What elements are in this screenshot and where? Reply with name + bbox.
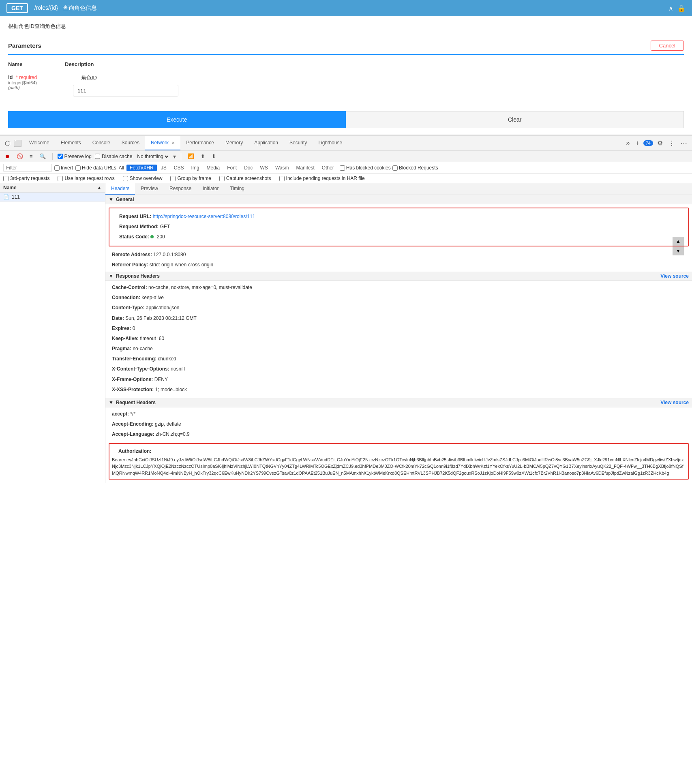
request-headers-section-header[interactable]: ▼ Request Headers View source (105, 398, 692, 407)
search-icon[interactable]: 🔍 (38, 152, 47, 160)
show-overview-input[interactable] (123, 176, 128, 181)
detail-tab-initiator[interactable]: Initiator (197, 183, 224, 195)
filter-wasm[interactable]: Wasm (272, 165, 292, 171)
filter-js[interactable]: JS (158, 165, 170, 171)
devtools-tabs: ⬡ ⬜ Welcome Elements Console Sources Net… (0, 136, 692, 151)
requests-panel: Name ▲ 📄 111 (0, 183, 105, 483)
overflow-menu[interactable]: ⋯ (679, 138, 689, 149)
request-headers-label: Request Headers (116, 400, 156, 405)
device-icon[interactable]: ⬜ (12, 138, 24, 149)
tab-sources[interactable]: Sources (116, 136, 145, 150)
filter-media[interactable]: Media (203, 165, 223, 171)
large-rows-checkbox[interactable]: Use large request rows (58, 176, 114, 181)
execute-button[interactable]: Execute (8, 111, 346, 128)
requests-header[interactable]: Name ▲ (0, 183, 105, 193)
scroll-up-button[interactable]: ▲ (673, 237, 684, 246)
all-filter-label[interactable]: All (119, 165, 124, 171)
cancel-button[interactable]: Cancel (651, 41, 684, 51)
detail-tab-response[interactable]: Response (164, 183, 197, 195)
collapse-icon[interactable]: ∧ (668, 4, 673, 12)
group-by-frame-checkbox[interactable]: Group by frame (170, 176, 211, 181)
params-table: Name Description id * required integer($… (0, 55, 692, 105)
lock-icon[interactable]: 🔒 (677, 4, 686, 12)
preserve-log-input[interactable] (58, 154, 63, 159)
network-conditions-icon[interactable]: 📶 (186, 152, 196, 160)
filter-input[interactable] (3, 164, 52, 172)
tab-security[interactable]: Security (284, 136, 313, 150)
tab-application[interactable]: Application (249, 136, 284, 150)
col-description-header: Description (65, 61, 684, 67)
show-overview-checkbox[interactable]: Show overview (123, 176, 163, 181)
param-input-row (73, 85, 684, 96)
tab-welcome[interactable]: Welcome (24, 136, 55, 150)
filter-doc[interactable]: Doc (241, 165, 256, 171)
include-pending-checkbox[interactable]: Include pending requests in HAR file (279, 176, 365, 181)
tab-performance[interactable]: Performance (180, 136, 220, 150)
blocked-requests-checkbox[interactable]: Blocked Requests (392, 165, 438, 171)
download-icon[interactable]: ⬇ (210, 152, 218, 160)
blocked-requests-input[interactable] (392, 165, 398, 171)
has-blocked-cookies-input[interactable] (340, 165, 345, 171)
upload-icon[interactable]: ⬆ (199, 152, 207, 160)
has-blocked-cookies-checkbox[interactable]: Has blocked cookies (340, 165, 391, 171)
tab-elements[interactable]: Elements (55, 136, 87, 150)
invert-input[interactable] (54, 165, 60, 171)
filter-css[interactable]: CSS (171, 165, 187, 171)
tab-memory[interactable]: Memory (220, 136, 249, 150)
general-section-label: General (116, 197, 134, 202)
detail-tab-preview[interactable]: Preview (135, 183, 164, 195)
api-header-actions: ∧ 🔒 (668, 4, 686, 12)
response-header-row: Content-Type: application/json (105, 303, 692, 313)
tab-lighthouse[interactable]: Lighthouse (313, 136, 348, 150)
tab-network[interactable]: Network ✕ (145, 136, 180, 150)
hide-data-urls-checkbox[interactable]: Hide data URLs (75, 165, 116, 171)
filter-img[interactable]: Img (188, 165, 202, 171)
response-header-row: X-XSS-Protection: 1; mode=block (105, 385, 692, 395)
filter-manifest[interactable]: Manifest (293, 165, 317, 171)
detail-tab-timing[interactable]: Timing (224, 183, 250, 195)
disable-cache-input[interactable] (95, 154, 100, 159)
auth-box: Authorization: Bearer eyJhbGciOiJSUzI1Ni… (109, 443, 689, 480)
group-by-frame-input[interactable] (170, 176, 176, 181)
filter-other[interactable]: Other (319, 165, 337, 171)
third-party-input[interactable] (3, 176, 9, 181)
third-party-checkbox[interactable]: 3rd-party requests (3, 176, 49, 181)
throttle-down-icon[interactable]: ▾ (173, 153, 176, 160)
response-headers-section: ▼ Response Headers View source Cache-Con… (105, 272, 692, 396)
hide-data-urls-input[interactable] (75, 165, 81, 171)
auth-header-row: Authorization: (112, 446, 686, 456)
general-section-header[interactable]: ▼ General (105, 195, 692, 204)
filter-fetch-xhr[interactable]: Fetch/XHR (126, 165, 157, 171)
clear-network-button[interactable]: 🚫 (15, 152, 25, 160)
settings-icon[interactable]: ⚙ (656, 138, 664, 149)
preserve-log-checkbox[interactable]: Preserve log (58, 154, 92, 159)
request-item-111[interactable]: 📄 111 (0, 193, 105, 202)
request-view-source[interactable]: View source (660, 400, 689, 405)
method-badge: GET (6, 3, 28, 13)
more-tabs-button[interactable]: » (625, 138, 632, 148)
customize-icon[interactable]: ⋮ (667, 138, 677, 149)
add-tab-button[interactable]: + (634, 138, 641, 148)
include-pending-input[interactable] (279, 176, 285, 181)
filter-font[interactable]: Font (224, 165, 240, 171)
scroll-down-button[interactable]: ▼ (673, 246, 684, 255)
tab-network-close[interactable]: ✕ (171, 141, 175, 145)
action-area: Execute Clear ▲ ▼ (0, 111, 692, 128)
filter-ws[interactable]: WS (257, 165, 271, 171)
capture-screenshots-checkbox[interactable]: Capture screenshots (219, 176, 271, 181)
filter-icon[interactable]: ≡ (28, 152, 34, 160)
param-id-input[interactable] (73, 85, 178, 96)
capture-screenshots-input[interactable] (219, 176, 225, 181)
inspect-icon[interactable]: ⬡ (3, 138, 12, 149)
response-headers-section-header[interactable]: ▼ Response Headers View source (105, 272, 692, 281)
detail-tab-headers[interactable]: Headers (105, 183, 135, 195)
tab-console[interactable]: Console (87, 136, 116, 150)
response-view-source[interactable]: View source (660, 273, 689, 279)
throttle-select[interactable]: No throttling (135, 153, 170, 160)
request-header-row: accept: */* (105, 409, 692, 419)
invert-checkbox[interactable]: Invert (54, 165, 73, 171)
disable-cache-checkbox[interactable]: Disable cache (95, 154, 132, 159)
large-rows-input[interactable] (58, 176, 63, 181)
clear-button[interactable]: Clear (346, 111, 684, 128)
record-button[interactable]: ⏺ (3, 152, 12, 160)
